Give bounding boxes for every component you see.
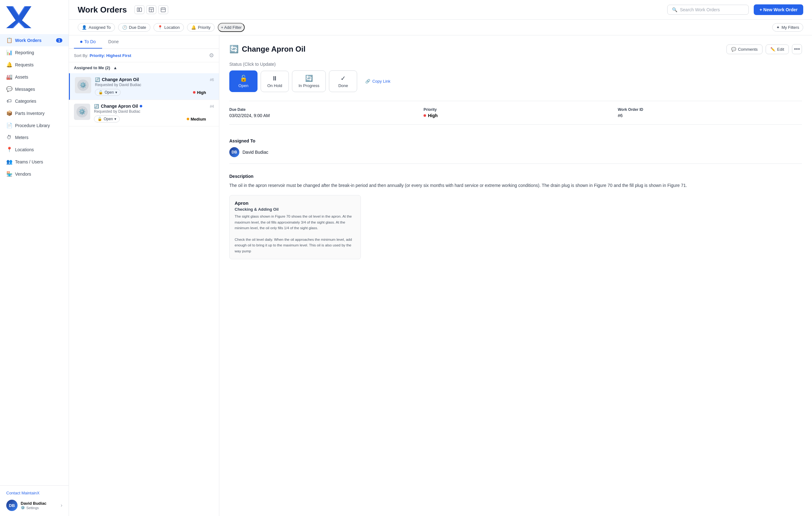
link-icon: 🔗 bbox=[365, 79, 370, 84]
contact-maintainx-link[interactable]: Contact MaintainX bbox=[6, 491, 62, 495]
calendar-view-button[interactable] bbox=[158, 5, 168, 14]
wo-id-value: #6 bbox=[618, 113, 802, 118]
sort-options-icon[interactable]: ⚙ bbox=[209, 52, 214, 59]
list-tabs: To Do Done bbox=[69, 35, 219, 49]
wo-thumbnail-1: ⚙️ bbox=[75, 77, 91, 93]
status-on-hold-button[interactable]: ⏸ On Hold bbox=[261, 71, 289, 92]
group-header-assigned-to-me[interactable]: Assigned to Me (2) ▲ bbox=[69, 62, 219, 73]
sidebar-item-work-orders[interactable]: 📋 Work Orders 1 bbox=[0, 34, 68, 46]
lock-icon: 🔓 bbox=[98, 90, 103, 95]
maintainx-logo bbox=[6, 6, 31, 28]
svg-rect-3 bbox=[139, 8, 142, 11]
wo-status-badge-2[interactable]: 🔓 Open ▾ bbox=[94, 116, 120, 122]
wo-requested-by-1: Requested by David Budiac bbox=[95, 83, 206, 87]
detail-header: 🔄 Change Apron Oil 💬 Comments ✏️ Edit ••… bbox=[229, 44, 802, 54]
logo-area bbox=[0, 0, 68, 34]
work-order-card-1[interactable]: ⚙️ 🔄 Change Apron Oil Requested by David… bbox=[69, 73, 219, 100]
new-work-order-button[interactable]: + New Work Order bbox=[754, 4, 803, 15]
assigned-to-label: Assigned To bbox=[229, 139, 802, 143]
comments-icon: 💬 bbox=[731, 47, 736, 52]
details-grid: Due Date 03/02/2024, 9:00 AM Priority Hi… bbox=[229, 101, 802, 125]
assigned-user-name: David Budiac bbox=[242, 150, 268, 155]
sync-icon: 🔄 bbox=[95, 77, 100, 82]
description-section: Description The oil in the apron reservo… bbox=[229, 171, 802, 259]
search-box[interactable]: 🔍 Search Work Orders bbox=[667, 5, 749, 15]
edit-button[interactable]: ✏️ Edit bbox=[766, 44, 789, 54]
sidebar-item-label: Assets bbox=[15, 74, 28, 80]
chevron-right-icon: › bbox=[61, 503, 62, 508]
chevron-up-icon: ▲ bbox=[113, 65, 117, 70]
priority-filter[interactable]: 🔔 Priority bbox=[187, 23, 214, 32]
detail-actions-group: 💬 Comments ✏️ Edit ••• bbox=[726, 44, 802, 54]
due-date-label: Due Date bbox=[229, 108, 413, 112]
detail-panel: 🔄 Change Apron Oil 💬 Comments ✏️ Edit ••… bbox=[219, 35, 812, 516]
location-filter[interactable]: 📍 Location bbox=[153, 23, 184, 32]
wo-card-title-2: 🔄 Change Apron Oil bbox=[94, 104, 206, 109]
wo-card-body-1: 🔄 Change Apron Oil Requested by David Bu… bbox=[95, 77, 206, 96]
tab-dot bbox=[80, 41, 82, 43]
more-options-button[interactable]: ••• bbox=[792, 44, 802, 54]
due-date-filter[interactable]: 🕐 Due Date bbox=[118, 23, 150, 32]
sidebar: 📋 Work Orders 1 📊 Reporting 🔔 Requests 🏭… bbox=[0, 0, 69, 516]
priority-value-group: High bbox=[424, 113, 608, 118]
sidebar-item-teams-users[interactable]: 👥 Teams / Users bbox=[0, 156, 68, 168]
description-label: Description bbox=[229, 174, 802, 179]
wo-status-badge-1[interactable]: 🔓 Open ▾ bbox=[95, 89, 121, 96]
manual-reference-card: Apron Checking & Adding Oil The sight gl… bbox=[229, 195, 361, 259]
sidebar-item-label: Reporting bbox=[15, 50, 34, 55]
columns-view-button[interactable] bbox=[135, 5, 144, 14]
sidebar-item-assets[interactable]: 🏭 Assets bbox=[0, 71, 68, 83]
svg-rect-2 bbox=[137, 8, 139, 11]
work-order-card-2[interactable]: ⚙️ 🔄 Change Apron Oil Requested by David… bbox=[69, 100, 219, 126]
calendar-icon bbox=[161, 7, 166, 12]
sidebar-item-meters[interactable]: ⏱ Meters bbox=[0, 131, 68, 143]
work-orders-badge: 1 bbox=[56, 38, 62, 42]
description-text: The oil in the apron reservoir must be c… bbox=[229, 182, 802, 189]
table-view-button[interactable] bbox=[146, 5, 156, 14]
lock-icon-2: 🔓 bbox=[97, 117, 102, 121]
wo-card-footer-2: 🔓 Open ▾ Medium bbox=[94, 116, 206, 122]
status-done-button[interactable]: ✓ Done bbox=[329, 70, 357, 92]
sort-value[interactable]: Priority: Highest First bbox=[90, 53, 131, 58]
machine-thumb-icon: ⚙️ bbox=[77, 79, 89, 91]
sidebar-item-categories[interactable]: 🏷 Categories bbox=[0, 95, 68, 107]
assigned-to-filter[interactable]: 👤 Assigned To bbox=[78, 23, 115, 32]
ellipsis-icon: ••• bbox=[794, 46, 800, 53]
sync-icon-detail: 🔄 bbox=[229, 45, 239, 54]
copy-link-button[interactable]: 🔗 Copy Link bbox=[365, 79, 390, 84]
tab-todo[interactable]: To Do bbox=[74, 35, 102, 49]
manual-title: Apron bbox=[235, 201, 355, 206]
my-filters-button[interactable]: ✦ My Filters bbox=[772, 23, 803, 32]
sidebar-item-parts-inventory[interactable]: 📦 Parts Inventory bbox=[0, 107, 68, 119]
user-settings-link[interactable]: ⚙️ Settings bbox=[21, 506, 58, 510]
sidebar-item-requests[interactable]: 🔔 Requests bbox=[0, 59, 68, 71]
wo-card-footer-1: 🔓 Open ▾ High bbox=[95, 89, 206, 96]
user-info: David Budiac ⚙️ Settings bbox=[21, 501, 58, 510]
status-open-button[interactable]: 🔓 Open bbox=[229, 70, 258, 92]
open-icon: 🔓 bbox=[240, 74, 248, 82]
meters-icon: ⏱ bbox=[6, 134, 12, 140]
add-filter-button[interactable]: + Add Filter bbox=[218, 23, 245, 32]
sidebar-item-label: Procedure Library bbox=[15, 123, 50, 128]
manual-subtitle: Checking & Adding Oil bbox=[235, 207, 355, 212]
sidebar-item-locations[interactable]: 📍 Locations bbox=[0, 143, 68, 156]
priority-field: Priority High bbox=[424, 108, 608, 118]
sidebar-item-vendors[interactable]: 🏪 Vendors bbox=[0, 168, 68, 180]
status-in-progress-button[interactable]: 🔄 In Progress bbox=[292, 70, 326, 92]
wo-id-label: Work Order ID bbox=[618, 108, 802, 112]
user-profile-row[interactable]: DB David Budiac ⚙️ Settings › bbox=[6, 500, 62, 511]
notification-dot bbox=[140, 105, 142, 108]
sidebar-item-procedure-library[interactable]: 📄 Procedure Library bbox=[0, 119, 68, 131]
columns-icon bbox=[137, 7, 142, 12]
due-date-value: 03/02/2024, 9:00 AM bbox=[229, 113, 413, 118]
comments-button[interactable]: 💬 Comments bbox=[726, 44, 762, 54]
tab-done[interactable]: Done bbox=[102, 35, 125, 49]
search-icon: 🔍 bbox=[672, 7, 677, 12]
sidebar-item-label: Meters bbox=[15, 135, 29, 140]
sidebar-item-messages[interactable]: 💬 Messages bbox=[0, 83, 68, 95]
sidebar-item-label: Categories bbox=[15, 99, 36, 104]
page-title: Work Orders bbox=[78, 5, 127, 15]
sidebar-item-label: Messages bbox=[15, 87, 35, 92]
sidebar-item-reporting[interactable]: 📊 Reporting bbox=[0, 46, 68, 59]
assigned-avatar: DB bbox=[229, 147, 239, 157]
